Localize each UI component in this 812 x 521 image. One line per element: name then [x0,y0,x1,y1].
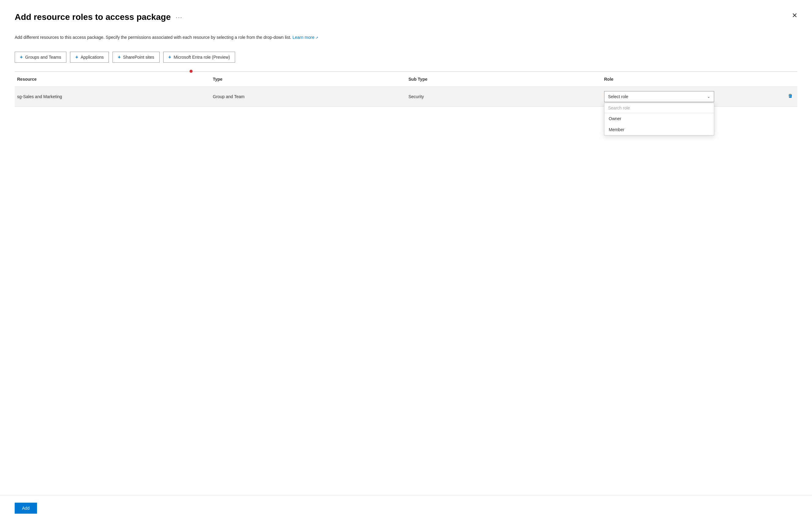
cell-sub-type: Security [406,93,602,100]
cell-type: Group and Team [210,93,406,100]
groups-and-teams-button[interactable]: + Groups and Teams [15,52,66,63]
role-select-wrapper: Select role ⌄ Owner Member [604,91,783,102]
delete-icon [788,93,793,99]
dialog-title: Add resource roles to access package [15,12,170,22]
plus-icon: + [20,54,23,60]
close-button[interactable]: ✕ [789,10,800,21]
role-select-label: Select role [608,94,628,99]
plus-icon: + [168,54,171,60]
dialog-header: Add resource roles to access package ··· [15,12,797,22]
role-select-button[interactable]: Select role ⌄ [604,91,714,102]
microsoft-entra-role-label: Microsoft Entra role (Preview) [173,55,230,60]
microsoft-entra-role-button[interactable]: + Microsoft Entra role (Preview) [163,52,235,63]
dialog: Add resource roles to access package ···… [0,0,812,521]
description-text: Add different resources to this access p… [15,34,797,41]
applications-button[interactable]: + Applications [70,52,109,63]
external-link-icon: ↗ [316,36,318,40]
dialog-title-row: Add resource roles to access package ··· [15,12,183,22]
header-resource: Resource [15,75,210,83]
toolbar: + Groups and Teams + Applications + Shar… [15,52,797,63]
plus-icon: + [75,54,78,60]
applications-label: Applications [81,55,104,60]
search-role-input[interactable] [604,103,714,113]
header-role: Role [602,75,797,83]
cell-resource: sg-Sales and Marketing [15,93,210,100]
plus-icon: + [118,54,120,60]
add-button[interactable]: Add [15,503,37,514]
sharepoint-sites-button[interactable]: + SharePoint sites [113,52,159,63]
dropdown-option-owner[interactable]: Owner [604,113,714,124]
table-row: sg-Sales and Marketing Group and Team Se… [15,87,797,107]
header-sub-type: Sub Type [406,75,602,83]
delete-row-button[interactable] [786,91,795,102]
dropdown-option-member[interactable]: Member [604,124,714,135]
cell-role: Select role ⌄ Owner Member [602,90,797,103]
footer: Add [0,495,812,521]
learn-more-link[interactable]: Learn more ↗ [293,35,318,40]
table-header: Resource Type Sub Type Role [15,72,797,87]
ellipsis-menu[interactable]: ··· [176,14,183,21]
groups-and-teams-label: Groups and Teams [25,55,61,60]
role-dropdown-panel: Owner Member [604,103,714,135]
indicator-dot [189,70,193,73]
chevron-down-icon: ⌄ [707,94,710,99]
header-type: Type [210,75,406,83]
sharepoint-sites-label: SharePoint sites [123,55,155,60]
resource-table: Resource Type Sub Type Role sg-Sales and… [15,71,797,107]
